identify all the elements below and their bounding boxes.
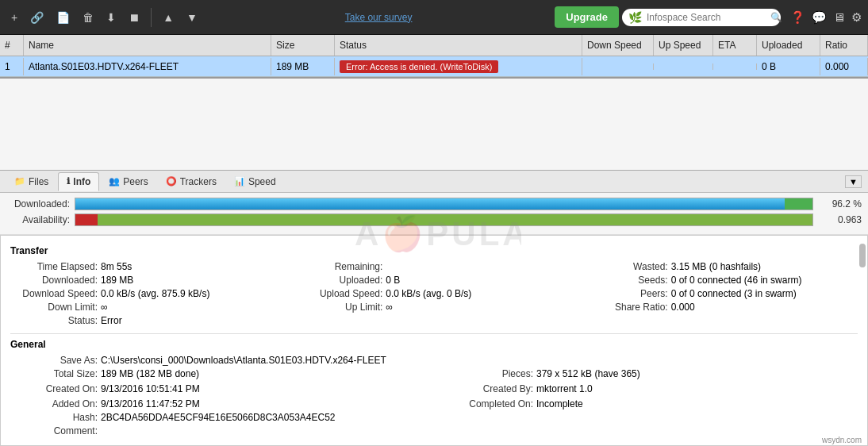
add-button[interactable]: + xyxy=(6,8,22,27)
transfer-col-3: Wasted: 3.15 MB (0 hashfails) Seeds: 0 o… xyxy=(581,261,858,329)
uploaded-row: Uploaded: 0 B xyxy=(295,275,572,286)
peers-row: Peers: 0 of 0 connected (3 in swarm) xyxy=(581,288,858,299)
tab-speed[interactable]: 📊 Speed xyxy=(226,173,284,190)
added-on-key: Added On: xyxy=(10,398,98,409)
uploaded-key: Uploaded: xyxy=(295,275,382,286)
comment-key: Comment: xyxy=(10,425,98,436)
down-limit-key: Down Limit: xyxy=(10,302,98,313)
share-ratio-row: Share Ratio: 0.000 xyxy=(581,302,858,313)
upload-speed-key: Upload Speed: xyxy=(295,288,382,299)
speed-icon: 📊 xyxy=(234,176,245,186)
col-num: # xyxy=(0,35,24,56)
avail-green-fill xyxy=(98,214,812,225)
total-size-key: Total Size: xyxy=(10,368,98,379)
col-status[interactable]: Status xyxy=(335,35,582,56)
info-icon: ℹ xyxy=(67,176,70,186)
col-name[interactable]: Name xyxy=(24,35,271,56)
table-row[interactable]: 1 Atlanta.S01E03.HDTV.x264-FLEET 189 MB … xyxy=(0,56,868,77)
link-button[interactable]: 🔗 xyxy=(25,8,48,27)
col-up-speed[interactable]: Up Speed xyxy=(654,35,713,56)
wasted-row: Wasted: 3.15 MB (0 hashfails) xyxy=(581,261,858,272)
torrent-table-area: # Name Size Status Down Speed Up Speed E… xyxy=(0,35,868,79)
col-eta[interactable]: ETA xyxy=(713,35,757,56)
survey-link[interactable]: Take our survey xyxy=(205,12,551,23)
downloaded-progress-bar xyxy=(75,198,813,210)
save-as-val: C:\Users\consi_000\Downloads\Atlanta.S01… xyxy=(101,355,858,366)
cell-num: 1 xyxy=(0,58,24,75)
transfer-section-title: Transfer xyxy=(10,245,858,256)
tab-peers[interactable]: 👥 Peers xyxy=(101,173,156,190)
added-on-val: 9/13/2016 11:47:52 PM xyxy=(101,398,422,409)
seeds-key: Seeds: xyxy=(581,275,668,286)
down-limit-row: Down Limit: ∞ xyxy=(10,302,287,313)
tab-trackers[interactable]: ⭕ Trackers xyxy=(158,173,225,190)
peers-key: Peers: xyxy=(581,288,668,299)
created-on-key: Created On: xyxy=(10,383,98,394)
delete-button[interactable]: 🗑 xyxy=(78,8,98,27)
availability-progress-bar xyxy=(75,213,813,226)
pause-button[interactable]: ⏹ xyxy=(124,8,144,27)
transfer-col-2: Remaining: Uploaded: 0 B Upload Speed: 0… xyxy=(295,261,572,329)
bottom-watermark: wsydn.com xyxy=(822,436,862,444)
created-on-val: 9/13/2016 10:51:41 PM xyxy=(101,383,422,394)
main-content: # Name Size Status Down Speed Up Speed E… xyxy=(0,35,868,446)
share-ratio-val: 0.000 xyxy=(671,302,858,313)
col-uploaded[interactable]: Uploaded xyxy=(757,35,820,56)
pieces-row: Pieces: 379 x 512 kB (have 365) xyxy=(446,368,858,379)
pieces-key: Pieces: xyxy=(446,368,533,379)
tab-info[interactable]: ℹ Info xyxy=(58,172,99,191)
search-provider-icon: 🌿 xyxy=(628,11,642,24)
col-ratio[interactable]: Ratio xyxy=(820,35,868,56)
scroll-handle[interactable] xyxy=(859,244,866,267)
col-down-speed[interactable]: Down Speed xyxy=(582,35,654,56)
hash-key: Hash: xyxy=(10,412,98,423)
torrent-table-header: # Name Size Status Down Speed Up Speed E… xyxy=(0,35,868,56)
file-button[interactable]: 📄 xyxy=(52,8,75,27)
status-row: Status: Error xyxy=(10,315,287,326)
up-button[interactable]: ▲ xyxy=(158,8,179,27)
search-input[interactable] xyxy=(647,12,766,23)
search-icon[interactable]: 🔍 xyxy=(770,12,782,23)
uploaded-val: 0 B xyxy=(386,275,572,286)
remaining-key: Remaining: xyxy=(295,261,382,272)
availability-label: Availability: xyxy=(6,214,70,225)
up-limit-row: Up Limit: ∞ xyxy=(295,302,572,313)
down-button[interactable]: ▼ xyxy=(182,8,202,27)
general-grid: Total Size: 189 MB (182 MB done) Pieces:… xyxy=(10,368,858,412)
download-button[interactable]: ⬇ xyxy=(102,8,121,27)
created-by-key: Created By: xyxy=(446,383,533,394)
chat-icon[interactable]: 💬 xyxy=(812,10,827,25)
cell-eta xyxy=(713,63,757,70)
cell-up-speed xyxy=(654,63,713,70)
tab-files[interactable]: 📁 Files xyxy=(6,173,56,190)
seeds-row: Seeds: 0 of 0 connected (46 in swarm) xyxy=(581,275,858,286)
hash-val: 2BC4DA56DDA4E5CF94E16E5066D8C3A053A4EC52 xyxy=(101,412,858,423)
comment-val xyxy=(101,425,858,436)
download-speed-val: 0.0 kB/s (avg. 875.9 kB/s) xyxy=(101,288,287,299)
transfer-grid: Time Elapsed: 8m 55s Downloaded: 189 MB … xyxy=(10,261,858,329)
tab-expand-button[interactable]: ▼ xyxy=(845,175,862,188)
down-limit-val: ∞ xyxy=(101,302,287,313)
col-size[interactable]: Size xyxy=(271,35,335,56)
settings-icon[interactable]: ⚙ xyxy=(851,10,862,25)
up-limit-val: ∞ xyxy=(386,302,572,313)
monitor-icon[interactable]: 🖥 xyxy=(833,10,845,24)
upgrade-button[interactable]: Upgrade xyxy=(555,6,619,28)
torrent-empty-area[interactable] xyxy=(0,79,868,170)
save-as-key: Save As: xyxy=(10,355,98,366)
download-speed-row: Download Speed: 0.0 kB/s (avg. 875.9 kB/… xyxy=(10,288,287,299)
completed-on-row: Completed On: Incomplete xyxy=(446,398,858,409)
search-box: 🌿 🔍 xyxy=(622,9,781,26)
general-section: Save As: C:\Users\consi_000\Downloads\At… xyxy=(10,355,858,436)
error-badge: Error: Access is denied. (WriteToDisk) xyxy=(340,60,498,73)
time-elapsed-row: Time Elapsed: 8m 55s xyxy=(10,261,287,272)
help-icon[interactable]: ❓ xyxy=(790,10,805,25)
completed-on-key: Completed On: xyxy=(446,398,533,409)
downloaded-remaining xyxy=(785,198,812,210)
toolbar-right-icons: ❓ 💬 🖥 ⚙ xyxy=(790,10,862,25)
total-size-row: Total Size: 189 MB (182 MB done) xyxy=(10,368,422,379)
transfer-col-1: Time Elapsed: 8m 55s Downloaded: 189 MB … xyxy=(10,261,287,329)
added-on-row: Added On: 9/13/2016 11:47:52 PM xyxy=(10,398,422,409)
availability-value: 0.963 xyxy=(818,214,862,225)
availability-progress-row: Availability: 0.963 xyxy=(6,213,862,226)
